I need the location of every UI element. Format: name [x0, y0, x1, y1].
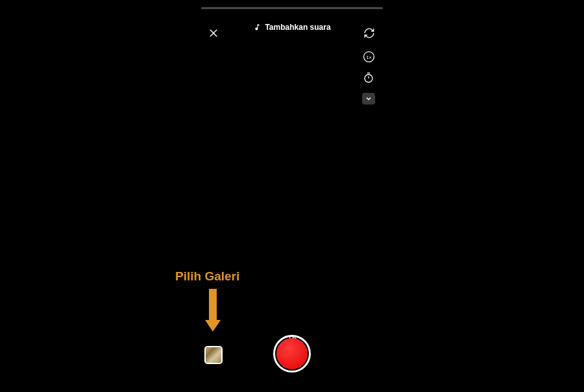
chevron-down-icon — [365, 95, 372, 103]
add-sound-label: Tambahkan suara — [265, 23, 330, 32]
record-button[interactable] — [273, 335, 311, 373]
close-icon — [208, 27, 219, 39]
gallery-thumbnail — [206, 347, 221, 363]
speed-icon: 1× — [363, 51, 375, 63]
gallery-button[interactable] — [204, 346, 223, 364]
speed-button[interactable]: 1× — [363, 51, 375, 63]
camera-screen: Tambahkan suara 1× — [201, 0, 383, 392]
svg-text:1×: 1× — [366, 55, 371, 60]
drag-handle[interactable] — [201, 7, 383, 9]
annotation-label: Pilih Galeri — [175, 269, 239, 284]
expand-tools-button[interactable] — [362, 93, 375, 104]
music-note-icon — [253, 23, 261, 31]
timer-button[interactable] — [363, 72, 374, 84]
side-tools: 1× — [362, 51, 375, 104]
arrow-shaft — [209, 289, 217, 321]
flip-camera-button[interactable] — [363, 27, 375, 42]
arrow-head-icon — [205, 320, 221, 332]
close-button[interactable] — [208, 27, 219, 42]
flip-camera-icon — [363, 27, 375, 39]
timer-icon — [363, 72, 374, 84]
annotation-arrow — [205, 289, 221, 334]
add-sound-button[interactable]: Tambahkan suara — [253, 23, 330, 32]
record-button-inner — [276, 338, 308, 369]
